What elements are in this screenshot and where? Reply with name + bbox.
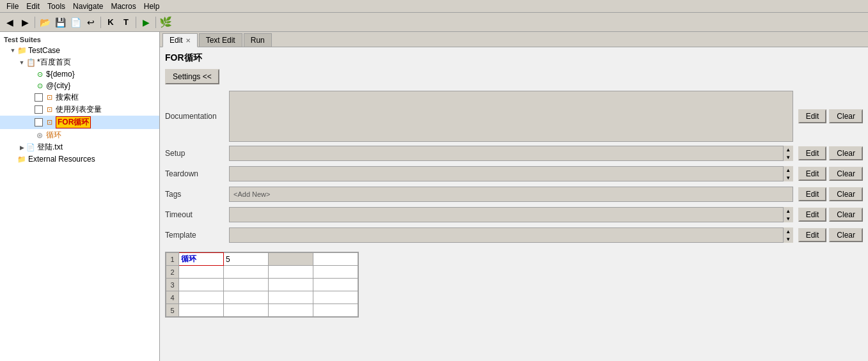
grid-table: 1 循环 5 2 xyxy=(166,252,358,317)
sidebar-item-baiduhomepage[interactable]: ▼ 📋 *百度首页 xyxy=(0,56,159,68)
documentation-field[interactable] xyxy=(229,91,793,142)
menu-file[interactable]: File xyxy=(3,1,22,12)
toolbar-sep-1 xyxy=(35,17,35,28)
tags-field[interactable]: <Add New> xyxy=(229,187,793,202)
grid-cell-5-3[interactable] xyxy=(269,304,313,317)
menu-edit[interactable]: Edit xyxy=(22,1,43,12)
grid-cell-2-2[interactable] xyxy=(224,266,269,279)
variable-icon: ⊙ xyxy=(35,69,45,79)
tags-edit-button[interactable]: Edit xyxy=(798,187,827,201)
toolbar-undo[interactable]: ↩ xyxy=(84,15,98,29)
grid-cell-1-2[interactable]: 5 xyxy=(224,253,269,266)
tab-edit-close[interactable]: ✕ xyxy=(185,37,191,44)
documentation-edit-button[interactable]: Edit xyxy=(798,109,827,123)
documentation-clear-button[interactable]: Clear xyxy=(829,109,863,123)
tags-clear-button[interactable]: Clear xyxy=(829,187,863,201)
sidebar-item-login[interactable]: ▶ 📄 登陆.txt xyxy=(0,141,159,153)
checkbox-forloop[interactable] xyxy=(35,118,43,127)
grid-cell-3-4[interactable] xyxy=(313,279,358,291)
timeout-edit-button[interactable]: Edit xyxy=(798,208,827,222)
page-content: FOR循环 Settings << Documentation Edit Cle… xyxy=(160,47,868,361)
grid-cell-5-2[interactable] xyxy=(224,304,269,317)
sidebar-item-forloop[interactable]: ⊡ FOR循环 xyxy=(0,116,159,129)
setup-edit-button[interactable]: Edit xyxy=(798,146,827,160)
checkbox-search[interactable] xyxy=(35,93,43,102)
teardown-input[interactable] xyxy=(229,166,793,181)
sidebar-item-external[interactable]: 📁 External Resources xyxy=(0,153,159,165)
grid-cell-3-2[interactable] xyxy=(224,279,269,291)
tab-run[interactable]: Run xyxy=(244,33,272,47)
tab-edit-label: Edit xyxy=(170,36,183,45)
toolbar-run[interactable]: ▶ xyxy=(139,15,153,29)
grid-cell-3-3[interactable] xyxy=(269,279,313,291)
grid-cell-4-4[interactable] xyxy=(313,291,358,304)
grid-cell-1-1[interactable]: 循环 xyxy=(179,253,224,266)
teardown-edit-button[interactable]: Edit xyxy=(798,167,827,181)
menu-help[interactable]: Help xyxy=(140,1,164,12)
sidebar-label-testcase: TestCase xyxy=(28,46,60,55)
expand-icon-search xyxy=(27,94,35,102)
grid-cell-5-4[interactable] xyxy=(313,304,358,317)
grid-cell-4-1[interactable] xyxy=(179,291,224,304)
expand-icon-loop xyxy=(27,132,35,139)
grid-cell-1-3[interactable] xyxy=(269,253,313,266)
template-clear-button[interactable]: Clear xyxy=(829,228,863,242)
tab-bar: Edit ✕ Text Edit Run xyxy=(160,32,868,47)
teardown-spin-down[interactable]: ▼ xyxy=(784,174,793,181)
setup-spin-down[interactable]: ▼ xyxy=(784,153,793,161)
sidebar-item-demo[interactable]: ⊙ ${demo} xyxy=(0,68,159,80)
variable-icon-2: ⊙ xyxy=(35,81,45,91)
timeout-clear-button[interactable]: Clear xyxy=(829,208,863,222)
sidebar-item-city[interactable]: ⊙ @{city} xyxy=(0,80,159,91)
timeout-input[interactable] xyxy=(229,207,793,222)
template-spin-down[interactable]: ▼ xyxy=(784,235,793,243)
setup-spin-up[interactable]: ▲ xyxy=(784,146,793,153)
menu-macros[interactable]: Macros xyxy=(107,1,139,12)
sidebar-item-loop[interactable]: ⊛ 循环 xyxy=(0,129,159,141)
settings-button[interactable]: Settings << xyxy=(165,69,219,84)
timeout-spin-down[interactable]: ▼ xyxy=(784,215,793,222)
grid-cell-4-2[interactable] xyxy=(224,291,269,304)
setup-clear-button[interactable]: Clear xyxy=(829,146,863,160)
sidebar: Test Suites ▼ 📁 TestCase ▼ 📋 *百度首页 ⊙ ${d… xyxy=(0,32,160,361)
template-input[interactable] xyxy=(229,227,793,243)
sidebar-header: Test Suites xyxy=(0,35,159,45)
teardown-clear-button[interactable]: Clear xyxy=(829,167,863,181)
toolbar-forward[interactable]: ▶ xyxy=(18,15,32,29)
grid-cell-1-4[interactable] xyxy=(313,253,358,266)
grid-cell-2-4[interactable] xyxy=(313,266,358,279)
toolbar: ◀ ▶ 📂 💾 📄 ↩ K T ▶ 🌿 xyxy=(0,13,868,32)
teardown-spin-up[interactable]: ▲ xyxy=(784,166,793,174)
template-spin-up[interactable]: ▲ xyxy=(784,227,793,235)
toolbar-open[interactable]: 📂 xyxy=(38,15,52,29)
tab-edit[interactable]: Edit ✕ xyxy=(162,33,198,47)
toolbar-new[interactable]: 📄 xyxy=(68,15,83,29)
menu-navigate[interactable]: Navigate xyxy=(69,1,107,12)
expand-icon: ▼ xyxy=(9,47,17,54)
checkbox-listvar[interactable] xyxy=(35,105,43,114)
sidebar-item-listvar[interactable]: ⊡ 使用列表变量 xyxy=(0,104,159,116)
keyword-icon-2: ⊡ xyxy=(44,105,54,115)
sidebar-item-search[interactable]: ⊡ 搜索框 xyxy=(0,91,159,104)
grid-cell-3-1[interactable] xyxy=(179,279,224,291)
grid-cell-2-3[interactable] xyxy=(269,266,313,279)
toolbar-t[interactable]: T xyxy=(119,15,133,29)
suite-icon: 📋 xyxy=(26,58,36,68)
grid-cell-5-1[interactable] xyxy=(179,304,224,317)
grid-row-2: 2 xyxy=(166,266,358,279)
toolbar-robot[interactable]: 🌿 xyxy=(159,15,173,29)
toolbar-save[interactable]: 💾 xyxy=(53,15,67,29)
sidebar-label-listvar: 使用列表变量 xyxy=(56,104,102,115)
toolbar-back[interactable]: ◀ xyxy=(3,15,17,29)
menu-tools[interactable]: Tools xyxy=(43,1,69,12)
grid-cell-2-1[interactable] xyxy=(179,266,224,279)
toolbar-k[interactable]: K xyxy=(104,15,118,29)
setup-input[interactable] xyxy=(229,146,793,161)
sidebar-item-testcase[interactable]: ▼ 📁 TestCase xyxy=(0,45,159,56)
template-edit-button[interactable]: Edit xyxy=(798,228,827,242)
tab-textedit[interactable]: Text Edit xyxy=(199,33,242,47)
grid-rownum-4: 4 xyxy=(166,291,179,304)
timeout-spin-up[interactable]: ▲ xyxy=(784,207,793,215)
expand-icon-login: ▶ xyxy=(18,144,26,151)
grid-cell-4-3[interactable] xyxy=(269,291,313,304)
